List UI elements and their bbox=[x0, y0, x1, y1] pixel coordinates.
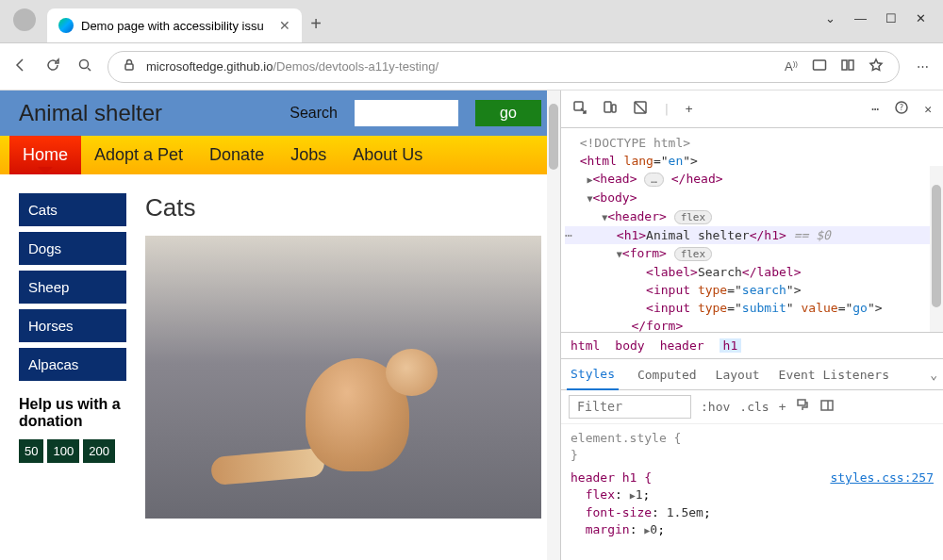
refresh-icon[interactable] bbox=[43, 58, 62, 75]
paint-icon[interactable] bbox=[795, 398, 810, 416]
address-bar[interactable]: microsoftedge.github.io/Demos/devtools-a… bbox=[108, 51, 900, 83]
crumb-html[interactable]: html bbox=[571, 338, 600, 353]
page-header: Animal shelter Search go bbox=[0, 91, 560, 136]
rendered-page: Animal shelter Search go Home Adopt a Pe… bbox=[0, 91, 560, 560]
sidebar-icon[interactable] bbox=[819, 398, 835, 416]
main-nav: Home Adopt a Pet Donate Jobs About Us bbox=[0, 136, 560, 174]
donate-100[interactable]: 100 bbox=[47, 439, 79, 463]
search-label: Search bbox=[290, 105, 338, 122]
breadcrumb[interactable]: html body header h1 bbox=[561, 332, 943, 358]
search-input[interactable] bbox=[355, 100, 458, 126]
styles-pane[interactable]: element.style { } styles.css:257header h… bbox=[561, 424, 943, 545]
tab-event-listeners[interactable]: Event Listeners bbox=[779, 368, 889, 382]
svg-text:?: ? bbox=[900, 104, 904, 112]
side-cats[interactable]: Cats bbox=[19, 193, 126, 226]
go-button[interactable]: go bbox=[475, 100, 541, 126]
svg-rect-1 bbox=[125, 64, 133, 70]
more-icon[interactable]: ⋯ bbox=[913, 59, 932, 74]
dom-scrollbar[interactable] bbox=[930, 166, 943, 332]
close-tab-icon[interactable]: ✕ bbox=[279, 18, 290, 33]
nav-home[interactable]: Home bbox=[9, 136, 81, 174]
minimize-icon[interactable]: — bbox=[854, 11, 867, 25]
add-panel-icon[interactable]: + bbox=[686, 102, 693, 116]
tab-layout[interactable]: Layout bbox=[716, 368, 760, 382]
svg-rect-5 bbox=[612, 105, 616, 112]
hd-icon[interactable] bbox=[810, 58, 829, 75]
tab-computed[interactable]: Computed bbox=[637, 368, 697, 382]
crumb-header[interactable]: header bbox=[660, 338, 704, 353]
nav-donate[interactable]: Donate bbox=[196, 136, 277, 174]
devtools-toolbar: | + ⋯ ? ✕ bbox=[561, 91, 943, 128]
side-sheep[interactable]: Sheep bbox=[19, 271, 126, 304]
maximize-icon[interactable]: ☐ bbox=[885, 11, 897, 25]
devtools-panel: | + ⋯ ? ✕ <!DOCTYPE html> <html lang="en… bbox=[560, 91, 943, 560]
back-icon[interactable] bbox=[11, 58, 30, 75]
profile-avatar[interactable] bbox=[13, 8, 36, 31]
reader-icon[interactable] bbox=[838, 58, 857, 75]
tab-title: Demo page with accessibility issu bbox=[81, 19, 264, 33]
window-controls: ⌄ — ☐ ✕ bbox=[825, 11, 943, 42]
hov-toggle[interactable]: :hov bbox=[701, 400, 730, 414]
nav-jobs[interactable]: Jobs bbox=[277, 136, 339, 174]
donate-50[interactable]: 50 bbox=[19, 439, 43, 463]
add-style-icon[interactable]: + bbox=[779, 400, 786, 414]
styles-filter-bar: :hov .cls + bbox=[561, 390, 943, 424]
page-heading: Cats bbox=[145, 193, 541, 222]
sidebar: Cats Dogs Sheep Horses Alpacas Help us w… bbox=[19, 193, 126, 519]
tab-styles[interactable]: Styles bbox=[567, 359, 619, 390]
donate-200[interactable]: 200 bbox=[83, 439, 115, 463]
close-devtools-icon[interactable]: ✕ bbox=[924, 102, 932, 116]
nav-adopt[interactable]: Adopt a Pet bbox=[81, 136, 196, 174]
help-icon[interactable]: ? bbox=[894, 100, 909, 118]
lock-icon bbox=[122, 58, 137, 75]
site-title: Animal shelter bbox=[19, 100, 273, 126]
nav-about[interactable]: About Us bbox=[339, 136, 436, 174]
browser-toolbar: microsoftedge.github.io/Demos/devtools-a… bbox=[0, 43, 943, 91]
svg-rect-9 bbox=[798, 400, 805, 405]
side-horses[interactable]: Horses bbox=[19, 309, 126, 342]
inspect-icon[interactable] bbox=[572, 100, 587, 118]
url-text: microsoftedge.github.io/Demos/devtools-a… bbox=[146, 59, 438, 74]
svg-rect-2 bbox=[814, 60, 826, 70]
dom-tree[interactable]: <!DOCTYPE html> <html lang="en"> ▶<head>… bbox=[561, 128, 943, 332]
page-scrollbar[interactable] bbox=[547, 91, 560, 560]
edge-icon bbox=[58, 18, 74, 33]
new-tab-button[interactable]: + bbox=[302, 13, 330, 35]
donation-heading: Help us with a donation bbox=[19, 396, 126, 430]
svg-rect-4 bbox=[604, 102, 611, 112]
cls-toggle[interactable]: .cls bbox=[739, 400, 769, 414]
devtools-more-icon[interactable]: ⋯ bbox=[871, 102, 879, 116]
device-icon[interactable] bbox=[603, 100, 618, 118]
svg-rect-10 bbox=[821, 401, 833, 410]
search-icon[interactable] bbox=[75, 58, 94, 75]
read-aloud-icon[interactable]: A)) bbox=[782, 59, 801, 74]
source-link[interactable]: styles.css:257 bbox=[830, 469, 934, 486]
cat-image bbox=[145, 236, 541, 519]
browser-tab[interactable]: Demo page with accessibility issu ✕ bbox=[47, 8, 302, 42]
side-dogs[interactable]: Dogs bbox=[19, 232, 126, 265]
main-content: Cats bbox=[145, 193, 541, 519]
favorite-icon[interactable] bbox=[867, 58, 885, 75]
filter-input[interactable] bbox=[569, 395, 691, 419]
elements-icon[interactable] bbox=[633, 100, 648, 118]
chevron-down-icon[interactable]: ⌄ bbox=[930, 368, 937, 382]
crumb-body[interactable]: body bbox=[615, 338, 644, 353]
crumb-h1[interactable]: h1 bbox=[720, 338, 742, 353]
window-titlebar: Demo page with accessibility issu ✕ + ⌄ … bbox=[0, 0, 943, 43]
side-alpacas[interactable]: Alpacas bbox=[19, 348, 126, 381]
svg-point-0 bbox=[80, 60, 89, 69]
styles-tabs: Styles Computed Layout Event Listeners ⌄ bbox=[561, 358, 943, 390]
close-icon[interactable]: ✕ bbox=[916, 11, 926, 25]
chevron-down-icon[interactable]: ⌄ bbox=[825, 11, 835, 25]
